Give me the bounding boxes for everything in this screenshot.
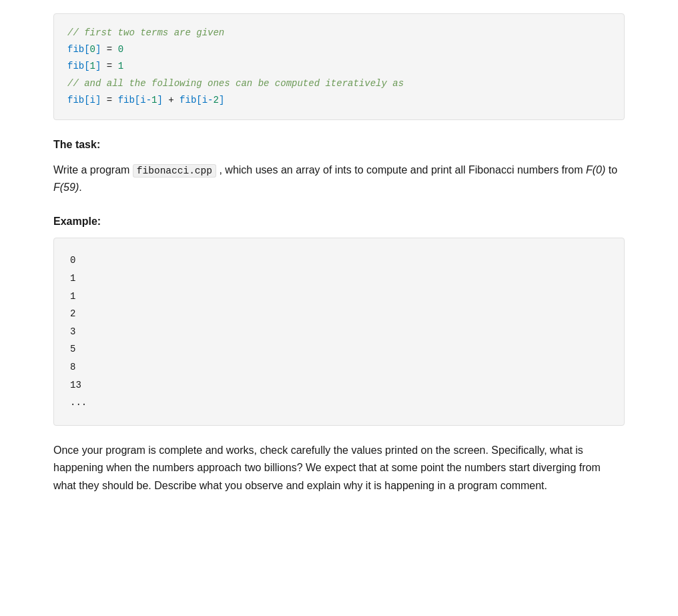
code-num-1: 1: [118, 61, 123, 71]
output-line-5: 5: [70, 340, 608, 358]
output-line-4: 3: [70, 323, 608, 341]
output-line-6: 8: [70, 358, 608, 376]
code-line-3: fib[i] = fib[i-1] + fib[i-2]: [67, 95, 224, 105]
code-line-2: fib[1] = 1: [67, 61, 123, 71]
task-italic-f59: F(59): [53, 182, 79, 193]
task-text-before: Write a program: [53, 164, 133, 176]
output-line-2: 1: [70, 288, 608, 306]
task-description: Write a program fibonacci.cpp , which us…: [53, 162, 625, 197]
example-output-block: 0 1 1 2 3 5 8 13 ...: [53, 238, 625, 425]
output-line-1: 1: [70, 270, 608, 288]
task-heading: The task:: [53, 136, 625, 153]
code-block-fibonacci: // first two terms are given fib[0] = 0 …: [53, 13, 625, 120]
code-var-fibi: fib[i]: [67, 95, 101, 105]
output-line-0: 0: [70, 252, 608, 270]
code-line-1: fib[0] = 0: [67, 44, 123, 55]
footer-text: Once your program is complete and works,…: [53, 442, 625, 495]
task-inline-code: fibonacci.cpp: [133, 164, 216, 178]
example-heading: Example:: [53, 213, 625, 230]
output-line-3: 2: [70, 305, 608, 323]
code-comment-2: // and all the following ones can be com…: [67, 78, 404, 89]
code-comment-1: // first two terms are given: [67, 27, 224, 38]
output-line-ellipsis: ...: [70, 394, 608, 412]
code-var-fibi1: fib[i-1]: [118, 95, 163, 105]
page-container: // first two terms are given fib[0] = 0 …: [0, 0, 678, 521]
output-line-7: 13: [70, 376, 608, 394]
code-num-0: 0: [118, 44, 123, 55]
code-var-fib1: fib[1]: [67, 61, 101, 71]
task-italic-f0: F(0): [586, 164, 605, 176]
code-var-fib0: fib[0]: [67, 44, 101, 55]
code-var-fibi2: fib[i-2]: [180, 95, 224, 105]
